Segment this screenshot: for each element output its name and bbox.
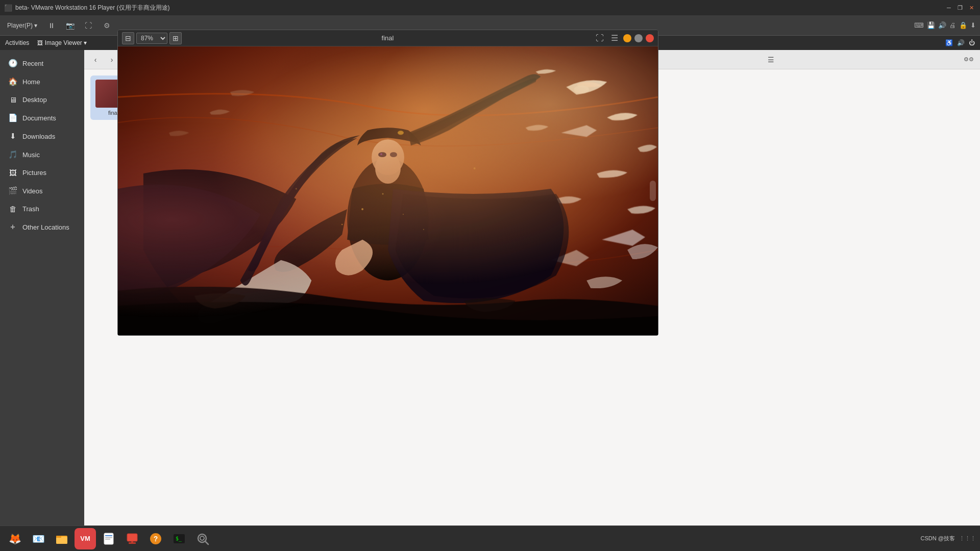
taskbar-impress[interactable]: [121, 528, 143, 549]
sidebar-label-trash: Trash: [22, 205, 39, 213]
sidebar: 🕐 Recent 🏠 Home 🖥 Desktop 📄 Documents ⬇ …: [0, 50, 84, 525]
sidebar-label-desktop: Desktop: [22, 96, 47, 104]
power-icon: ⏻: [969, 39, 975, 46]
window-controls: ─ ❐ ✕: [944, 3, 976, 12]
other-icon: +: [8, 222, 17, 232]
iv-zoom-out-button[interactable]: ⊟: [122, 32, 134, 44]
activities-button[interactable]: Activities: [5, 39, 29, 46]
iv-zoom-select[interactable]: 25% 50% 75% 87% 100% 125% 150% 200%: [136, 33, 167, 44]
taskbar-branding: CSDN @技客: [921, 535, 955, 542]
svg-point-34: [474, 167, 476, 169]
taskbar-files[interactable]: [51, 528, 72, 549]
apps-grid-icon: ⋮⋮⋮: [959, 535, 976, 542]
sidebar-label-videos: Videos: [22, 187, 43, 195]
iv-zoom-controls: ⊟ 25% 50% 75% 87% 100% 125% 150% 200% ⊞: [122, 32, 182, 44]
sidebar-label-recent: Recent: [22, 60, 43, 67]
home-icon: 🏠: [8, 77, 17, 86]
svg-point-28: [361, 208, 363, 210]
fullscreen-button[interactable]: ⛶: [81, 18, 95, 33]
close-button[interactable]: ✕: [967, 3, 976, 12]
sidebar-item-music[interactable]: 🎵 Music: [2, 146, 82, 163]
taskbar-terminal[interactable]: $_: [168, 528, 190, 549]
iv-right-controls: ⛶ ☰: [594, 33, 654, 43]
downloads-icon: ⬇: [8, 132, 17, 141]
app-name: Image Viewer: [45, 39, 82, 46]
iv-expand-button[interactable]: ⛶: [594, 34, 606, 43]
forward-button[interactable]: ›: [105, 53, 119, 67]
svg-point-25: [390, 152, 397, 157]
svg-point-20: [574, 85, 589, 93]
svg-rect-4: [105, 535, 112, 536]
iv-close-button[interactable]: [646, 34, 654, 42]
anime-artwork: [118, 46, 658, 335]
iv-image-area[interactable]: [118, 46, 658, 335]
taskbar-writer[interactable]: [98, 528, 119, 549]
sidebar-label-documents: Documents: [22, 114, 56, 122]
svg-rect-1: [56, 537, 67, 544]
sidebar-label-other: Other Locations: [22, 223, 69, 231]
snapshot-button[interactable]: 📷: [63, 18, 77, 33]
svg-point-33: [296, 188, 297, 190]
taskbar-vmtools[interactable]: VM: [75, 528, 96, 549]
iv-menu-button[interactable]: ☰: [609, 33, 620, 43]
svg-rect-6: [105, 539, 110, 540]
iv-scrollbar[interactable]: [650, 181, 656, 201]
sidebar-item-downloads[interactable]: ⬇ Downloads: [2, 128, 82, 145]
svg-point-29: [382, 193, 384, 194]
sidebar-item-other[interactable]: + Other Locations: [2, 218, 82, 236]
vmware-icon: ⬛: [4, 4, 12, 12]
sidebar-item-trash[interactable]: 🗑 Trash: [2, 201, 82, 217]
sidebar-item-documents[interactable]: 📄 Documents: [2, 109, 82, 127]
vmware-title: beta- VMware Workstation 16 Player (仅用于非…: [15, 4, 170, 12]
iv-zoom-in-button[interactable]: ⊞: [169, 32, 182, 44]
iv-title: final: [182, 34, 594, 42]
vm-icon-4: 🖨: [949, 21, 956, 29]
svg-point-24: [378, 152, 386, 157]
pause-button[interactable]: ⏸: [44, 18, 59, 33]
svg-line-16: [205, 541, 208, 544]
sidebar-item-recent[interactable]: 🕐 Recent: [2, 55, 82, 72]
vm-icon-1: ⌨: [914, 21, 924, 29]
svg-text:?: ?: [154, 535, 158, 543]
vmware-title-area: ⬛ beta- VMware Workstation 16 Player (仅用…: [4, 4, 170, 12]
sidebar-item-desktop[interactable]: 🖥 Desktop: [2, 91, 82, 108]
svg-point-26: [380, 153, 382, 155]
back-button[interactable]: ‹: [88, 53, 103, 67]
documents-icon: 📄: [8, 113, 17, 122]
app-menu[interactable]: 🖼 Image Viewer ▾: [37, 39, 87, 46]
iv-minimize-button[interactable]: [623, 34, 631, 42]
svg-point-17: [200, 536, 204, 540]
sidebar-item-videos[interactable]: 🎬 Videos: [2, 182, 82, 199]
sidebar-item-home[interactable]: 🏠 Home: [2, 73, 82, 90]
sound-icon: 🔊: [957, 39, 965, 46]
player-menu[interactable]: Player(P) ▾: [4, 21, 40, 30]
fm-actions-button[interactable]: ⚙⚙: [962, 53, 976, 67]
settings-button[interactable]: ⚙: [100, 18, 114, 33]
vmware-titlebar: ⬛ beta- VMware Workstation 16 Player (仅用…: [0, 0, 980, 15]
anime-svg: [118, 46, 658, 335]
svg-point-23: [372, 139, 404, 175]
taskbar-imageviewer[interactable]: [192, 528, 213, 549]
fm-menu-button[interactable]: ☰: [764, 53, 778, 67]
accessibility-icon: ♿: [945, 39, 953, 46]
taskbar-firefox[interactable]: 🦊: [4, 528, 26, 549]
svg-point-19: [200, 46, 607, 276]
minimize-button[interactable]: ─: [944, 3, 953, 12]
vmware-right-icons: ⌨ 💾 🔊 🖨 🔒 ⬇: [914, 21, 976, 29]
app-menu-arrow: ▾: [84, 39, 87, 46]
vm-icon-5: 🔒: [959, 21, 967, 29]
sidebar-item-pictures[interactable]: 🖼 Pictures: [2, 164, 82, 181]
trash-icon: 🗑: [8, 205, 17, 213]
videos-icon: 🎬: [8, 186, 17, 195]
svg-rect-10: [131, 541, 133, 542]
restore-button[interactable]: ❐: [955, 3, 965, 12]
player-dropdown-icon: ▾: [34, 22, 37, 29]
vm-icon-2: 💾: [927, 21, 935, 29]
taskbar-thunderbird[interactable]: 📧: [28, 528, 49, 549]
image-viewer-window: ⊟ 25% 50% 75% 87% 100% 125% 150% 200% ⊞ …: [117, 30, 658, 336]
svg-point-21: [347, 158, 429, 281]
vm-icon-3: 🔊: [938, 21, 946, 29]
iv-title-text: final: [382, 34, 394, 42]
taskbar-help[interactable]: ?: [145, 528, 166, 549]
iv-restore-button[interactable]: [634, 34, 643, 42]
